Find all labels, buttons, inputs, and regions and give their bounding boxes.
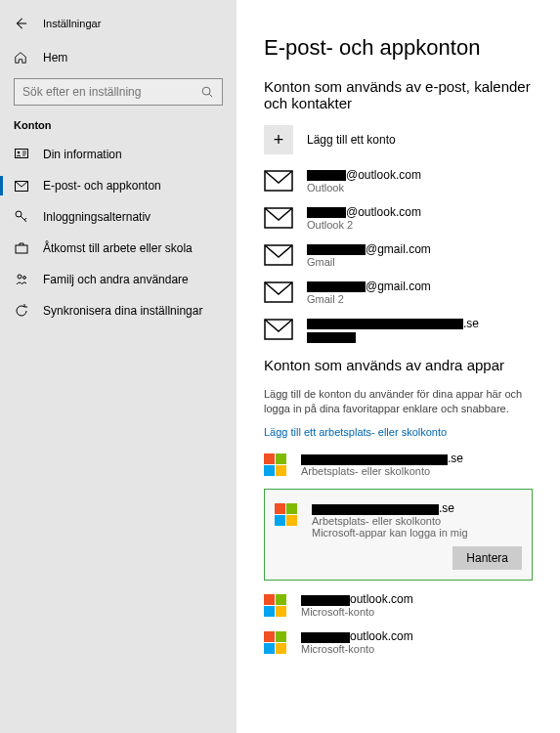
account-row[interactable]: @outlook.com Outlook: [264, 168, 533, 194]
section-title-1: Konton som används av e-post, kalender o…: [264, 78, 533, 111]
manage-button[interactable]: Hantera: [452, 546, 522, 570]
nav-section-label: Konton: [0, 106, 237, 139]
sidebar-item-info[interactable]: Din information: [0, 139, 237, 170]
key-icon: [14, 210, 29, 224]
mail-icon: [264, 280, 293, 303]
svg-rect-5: [16, 245, 27, 253]
account-row[interactable]: @gmail.com Gmail: [264, 242, 533, 268]
account-row[interactable]: outlook.com Microsoft-konto: [264, 629, 533, 655]
mail-icon: [14, 181, 29, 192]
account-row[interactable]: .se Arbetsplats- eller skolkonto: [264, 452, 533, 477]
search-input[interactable]: [22, 85, 200, 99]
selected-account-panel: .se Arbetsplats- eller skolkonto Microso…: [264, 489, 533, 581]
briefcase-icon: [14, 242, 29, 254]
people-icon: [14, 274, 29, 285]
svg-point-6: [18, 275, 22, 279]
microsoft-logo-icon: [264, 631, 287, 655]
svg-point-7: [23, 277, 26, 280]
home-label: Hem: [43, 51, 67, 65]
account-type: Microsoft-konto: [301, 606, 413, 618]
mail-icon: [264, 205, 293, 229]
home-nav[interactable]: Hem: [14, 47, 223, 68]
account-email: @outlook.com: [307, 168, 421, 182]
account-row[interactable]: .se Arbetsplats- eller skolkonto Microso…: [275, 501, 522, 539]
account-provider: Outlook 2: [307, 219, 421, 231]
home-icon: [14, 51, 27, 65]
account-provider: Gmail: [307, 256, 431, 268]
sync-icon: [14, 304, 29, 318]
mail-icon: [264, 168, 293, 192]
add-account-label: Lägg till ett konto: [307, 133, 396, 147]
sidebar-item-signin[interactable]: Inloggningsalternativ: [0, 201, 237, 233]
account-type: Microsoft-konto: [301, 643, 413, 655]
sidebar-item-label: Din information: [43, 148, 122, 161]
microsoft-logo-icon: [264, 453, 287, 477]
account-provider: Gmail 2: [307, 293, 431, 305]
window-title: Inställningar: [43, 18, 101, 29]
microsoft-logo-icon: [264, 594, 287, 618]
search-input-container[interactable]: [14, 78, 223, 106]
account-provider: Outlook: [307, 182, 421, 194]
account-row[interactable]: @gmail.com Gmail 2: [264, 280, 533, 305]
plus-icon: +: [264, 125, 293, 154]
mail-icon: [264, 242, 293, 266]
account-sub: Microsoft-appar kan logga in mig: [312, 527, 468, 539]
account-email: .se: [307, 317, 479, 330]
page-title: E-post- och appkonton: [264, 35, 533, 61]
account-row[interactable]: outlook.com Microsoft-konto: [264, 592, 533, 618]
back-icon[interactable]: [14, 17, 27, 30]
svg-point-0: [202, 87, 210, 95]
account-email: outlook.com: [301, 592, 413, 606]
section-title-2: Konton som används av andra appar: [264, 357, 533, 373]
svg-point-2: [18, 151, 21, 154]
sidebar-item-sync[interactable]: Synkronisera dina inställningar: [0, 295, 237, 326]
search-icon: [200, 85, 214, 99]
microsoft-logo-icon: [275, 503, 298, 527]
sidebar-item-label: Familj och andra användare: [43, 273, 189, 286]
sidebar-item-label: Inloggningsalternativ: [43, 210, 151, 224]
account-provider: [307, 330, 479, 343]
sidebar-item-work[interactable]: Åtkomst till arbete eller skola: [0, 233, 237, 264]
sidebar-item-label: Synkronisera dina inställningar: [43, 304, 202, 318]
account-email: @gmail.com: [307, 280, 431, 293]
add-account-button[interactable]: + Lägg till ett konto: [264, 125, 533, 154]
account-email: .se: [312, 501, 468, 515]
account-email: .se: [301, 452, 463, 465]
sidebar-item-label: Åtkomst till arbete eller skola: [43, 241, 193, 255]
sidebar-item-family[interactable]: Familj och andra användare: [0, 264, 237, 295]
account-type: Arbetsplats- eller skolkonto: [312, 515, 468, 527]
sidebar-item-email[interactable]: E-post- och appkonton: [0, 170, 237, 201]
mail-icon: [264, 317, 293, 340]
account-row[interactable]: .se: [264, 317, 533, 343]
account-type: Arbetsplats- eller skolkonto: [301, 465, 463, 477]
account-email: outlook.com: [301, 629, 413, 643]
section-2-desc: Lägg till de konton du använder för dina…: [264, 387, 533, 417]
add-work-account-link[interactable]: Lägg till ett arbetsplats- eller skolkon…: [264, 426, 533, 438]
person-card-icon: [14, 149, 29, 160]
sidebar-item-label: E-post- och appkonton: [43, 179, 161, 193]
account-row[interactable]: @outlook.com Outlook 2: [264, 205, 533, 231]
account-email: @outlook.com: [307, 205, 421, 219]
account-email: @gmail.com: [307, 242, 431, 256]
